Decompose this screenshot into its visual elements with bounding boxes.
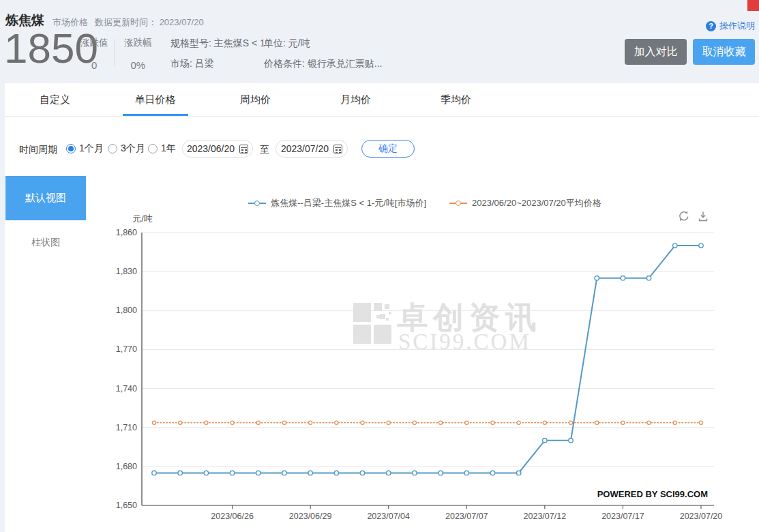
help-label: 操作说明 — [719, 20, 755, 32]
svg-text:2023/07/04: 2023/07/04 — [367, 512, 410, 521]
divider — [114, 39, 115, 66]
tab-daily-price[interactable]: 单日价格 — [105, 83, 205, 116]
spec-model: 规格型号: 主焦煤S < 1 — [170, 38, 265, 50]
calendar-icon — [333, 145, 342, 153]
svg-text:1,770: 1,770 — [116, 344, 137, 354]
radio-1year[interactable]: 1年 — [148, 143, 176, 155]
radio-icon — [108, 144, 117, 153]
tab-weekly-avg[interactable]: 周均价 — [205, 83, 306, 116]
change-pct-block: 涨跌幅 0% — [124, 37, 152, 71]
change-pct-label: 涨跌幅 — [124, 37, 152, 49]
radio-3month[interactable]: 3个月 — [108, 143, 145, 155]
tab-monthly-avg[interactable]: 月均价 — [306, 83, 406, 116]
corner-tag — [747, 0, 759, 11]
date-to-input[interactable]: 2023/07/20 — [276, 140, 348, 158]
tab-custom[interactable]: 自定义 — [5, 83, 105, 116]
svg-text:1,830: 1,830 — [116, 267, 137, 276]
spec-market: 市场: 吕梁 — [170, 58, 265, 70]
cancel-favorite-button[interactable]: 取消收藏 — [693, 39, 755, 65]
view-default[interactable]: 默认视图 — [5, 176, 86, 220]
help-link[interactable]: ? 操作说明 — [706, 20, 755, 32]
change-pct-value: 0% — [124, 59, 152, 71]
svg-text:2023/07/17: 2023/07/17 — [601, 512, 644, 521]
tab-underline — [123, 114, 188, 116]
price-detail-page: 炼焦煤 市场价格 数据更新时间： 2023/07/20 1850 涨跌值 0 涨… — [0, 0, 759, 532]
change-value-label: 涨跌值 — [80, 37, 108, 49]
svg-text:POWERED BY SCI99.COM: POWERED BY SCI99.COM — [597, 489, 708, 499]
svg-text:2023/06/26: 2023/06/26 — [211, 512, 254, 521]
svg-text:元/吨: 元/吨 — [132, 213, 153, 224]
svg-text:1,860: 1,860 — [116, 228, 137, 237]
add-compare-button[interactable]: 加入对比 — [625, 39, 687, 65]
calendar-icon — [239, 145, 248, 153]
content-card: 自定义 单日价格 周均价 月均价 季均价 时间周期 1个月 3个月 1年 202… — [5, 83, 759, 532]
svg-text:1,650: 1,650 — [116, 501, 137, 510]
change-value-block: 涨跌值 0 — [80, 37, 108, 71]
spec-unit: 单位: 元/吨 — [264, 38, 382, 50]
legend-line-marker-icon — [449, 203, 467, 204]
spec-column: 规格型号: 主焦煤S < 1 市场: 吕梁 — [170, 38, 265, 70]
svg-text:1,680: 1,680 — [116, 462, 137, 471]
legend-line-marker-icon — [248, 203, 266, 204]
svg-text:1,740: 1,740 — [116, 384, 137, 394]
unit-column: 单位: 元/吨 价格条件: 银行承兑汇票贴... — [264, 38, 382, 70]
spec-condition: 价格条件: 银行承兑汇票贴... — [264, 58, 382, 70]
svg-text:2023/07/07: 2023/07/07 — [445, 512, 488, 521]
price-line-chart[interactable]: 1,6501,6801,7101,7401,7701,8001,8301,860… — [91, 208, 759, 532]
svg-text:1,800: 1,800 — [116, 306, 137, 315]
price-tabs: 自定义 单日价格 周均价 月均价 季均价 — [5, 83, 759, 117]
data-update-time: 数据更新时间： 2023/07/20 — [95, 16, 204, 29]
tab-quarterly-avg[interactable]: 季均价 — [406, 83, 506, 116]
svg-text:2023/06/29: 2023/06/29 — [289, 512, 332, 521]
radio-icon — [66, 144, 76, 153]
date-range-to-label: 至 — [260, 144, 269, 156]
date-from-input[interactable]: 2023/06/20 — [182, 140, 253, 158]
radio-icon — [148, 144, 158, 153]
svg-text:1,710: 1,710 — [116, 423, 137, 432]
confirm-button[interactable]: 确定 — [361, 140, 415, 158]
svg-text:2023/07/12: 2023/07/12 — [524, 512, 567, 521]
question-icon: ? — [706, 21, 716, 31]
view-bar-chart[interactable]: 柱状图 — [5, 237, 86, 249]
radio-1month[interactable]: 1个月 — [66, 143, 104, 155]
svg-text:2023/07/20: 2023/07/20 — [680, 512, 723, 521]
change-value: 0 — [80, 59, 108, 71]
svg-text:SCI99.COM: SCI99.COM — [398, 329, 531, 354]
time-period-label: 时间周期 — [19, 144, 57, 156]
